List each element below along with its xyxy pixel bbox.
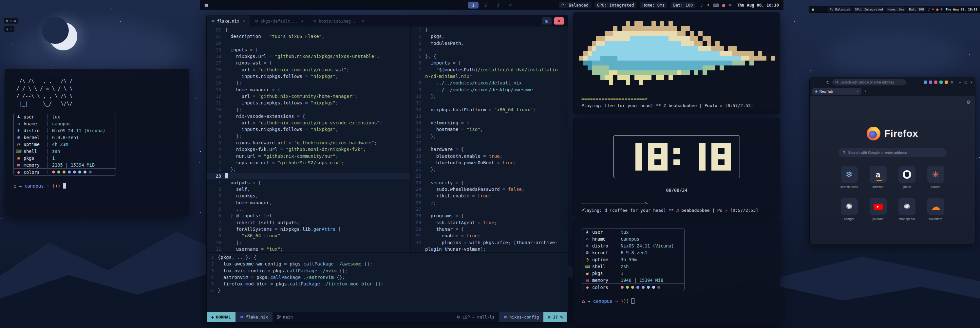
- shortcut-github[interactable]: github: [894, 166, 920, 198]
- tab-label: pkgs/default...: [260, 19, 298, 24]
- personalize-gear-icon[interactable]: ⚙: [966, 100, 970, 105]
- record-icon[interactable]: ●: [722, 3, 725, 8]
- extension-icon-2[interactable]: [929, 81, 932, 84]
- pixel: [605, 31, 609, 36]
- record-icon[interactable]: ●: [936, 8, 939, 11]
- tab-close-icon[interactable]: ×: [857, 89, 859, 93]
- menu-icon[interactable]: ≡: [951, 80, 953, 85]
- octocat-silhouette: [905, 173, 909, 177]
- newtab-search-bar[interactable]: Search with Google or enter address: [838, 148, 947, 157]
- pixel: [635, 60, 639, 65]
- line-number: 11: [207, 246, 225, 252]
- minimize-button[interactable]: −: [959, 80, 961, 84]
- star: [200, 212, 201, 213]
- code-text: n-cd-minimal.nix": [425, 73, 472, 79]
- editor-tab-hosts-isoImag-[interactable]: ❄hosts/isoImag...×: [309, 15, 369, 27]
- editor-pane-pkgs[interactable]: 1{pkgs, ...}: {2 tux-awesome-wm-config =…: [207, 252, 568, 313]
- code-text: nixos-hardware.url = "github:nixos/nixos…: [225, 139, 377, 146]
- terminal-clock[interactable]: 08/08/24 ======================> Playing…: [573, 118, 780, 216]
- workspace-tag-3[interactable]: 3: [493, 2, 503, 8]
- new-tab-button[interactable]: +: [864, 89, 867, 93]
- terminal-music-visualizer[interactable]: ======================> Playing: ffee fo…: [573, 13, 780, 114]
- tab-close-icon[interactable]: ×: [243, 19, 245, 24]
- palette-dot: [626, 286, 629, 289]
- close-buffer-button[interactable]: ×: [554, 17, 564, 25]
- tab-close-icon[interactable]: ×: [301, 19, 304, 24]
- shortcut-amazon[interactable]: aamazon: [865, 166, 891, 198]
- editor-tab-flake-nix[interactable]: ❄flake.nix×: [207, 15, 250, 27]
- extension-icon-5[interactable]: [945, 81, 948, 84]
- bar-clock[interactable]: Thu Aug 08, 18:18: [946, 8, 977, 11]
- clock-cell: [648, 148, 654, 154]
- neovim-window[interactable]: ❄flake.nix×❄pkgs/default...×❄hosts/isoIm…: [206, 15, 568, 322]
- pixel: [626, 46, 630, 51]
- music-icon[interactable]: ♪: [701, 3, 703, 8]
- brightness-icon[interactable]: ☀: [706, 3, 710, 8]
- pixel: [613, 75, 617, 80]
- nix-icon[interactable]: ❄: [729, 3, 732, 8]
- back-button[interactable]: ←: [812, 80, 816, 85]
- terminal-fetch-right[interactable]: ♟usertux⌂hnamecanopus❄distroNixOS 24.11 …: [573, 220, 780, 325]
- fetch-label: shell: [592, 264, 616, 269]
- status-item: P: Balanced: [828, 7, 852, 11]
- shortcut-claude[interactable]: ✳claude: [923, 166, 949, 198]
- pixel: [588, 36, 592, 41]
- extension-icon-4[interactable]: [939, 81, 943, 84]
- clock-cell: [648, 154, 654, 159]
- clock-cell: [648, 143, 654, 148]
- workspace-tag-4[interactable]: 4: [505, 2, 516, 8]
- reload-button[interactable]: ↻: [826, 80, 830, 85]
- brightness-icon[interactable]: ☀: [932, 8, 934, 11]
- shortcut-search-nixos[interactable]: ❄search.nixos: [836, 166, 862, 198]
- pixel-row: [579, 80, 775, 85]
- launcher-icon[interactable]: ▦: [205, 2, 208, 8]
- code-text: nix-vscode-extensions = {: [225, 113, 305, 119]
- code-text: programs = {: [425, 212, 464, 219]
- music-icon[interactable]: ♪: [928, 8, 930, 11]
- shortcut-chatgpt[interactable]: ✺chatgpt: [836, 198, 862, 230]
- left-monitor-widget[interactable]: ▦◫▣: [4, 18, 18, 24]
- bar-clock[interactable]: Thu Aug 08, 18:18: [737, 3, 779, 8]
- keyboard-icon[interactable]: ⌨: [713, 3, 719, 8]
- pixel: [596, 46, 600, 51]
- shortcut-cloudflare[interactable]: ☁cloudflare: [923, 198, 949, 230]
- playing-segment: [0:57/2:53]: [730, 208, 758, 213]
- extension-icon-3[interactable]: [934, 81, 937, 84]
- workspace-tag-1[interactable]: 1: [468, 2, 479, 8]
- code-text: {pkgs, ...}: {: [218, 254, 256, 261]
- tab-close-icon[interactable]: ×: [362, 19, 364, 24]
- extension-icon-1[interactable]: [924, 81, 927, 84]
- line-number: 17: [207, 60, 225, 66]
- clock-cell: [635, 143, 642, 148]
- pixel: [745, 55, 749, 60]
- workspace-tag-2[interactable]: 2: [480, 2, 491, 8]
- terminal-fetch-left[interactable]: /\_/\ ,_, /\_/ / / \ \ / = \ / \ \ /_/--…: [5, 69, 189, 216]
- editor-tab-pkgs-default-[interactable]: ❄pkgs/default...×: [250, 15, 309, 27]
- shell-prompt[interactable]: ⌂ → canopus ~ ))): [582, 298, 772, 304]
- launcher-icon[interactable]: ▦: [812, 8, 814, 11]
- left-monitor-widget[interactable]: ◈♪: [4, 26, 14, 32]
- pixel: [703, 46, 707, 51]
- shortcut-youtube[interactable]: ▶youtube: [865, 198, 891, 230]
- close-button[interactable]: ×: [970, 80, 972, 84]
- pixel: [754, 55, 758, 60]
- split-toggle-icon[interactable]: ◧: [542, 17, 552, 25]
- forward-button[interactable]: →: [819, 80, 823, 85]
- shell-prompt[interactable]: ⌂ → canopus ~ ))): [13, 183, 180, 189]
- pixel: [605, 21, 609, 26]
- firefox-window[interactable]: ← → ↻ Search with Google or enter addres…: [809, 77, 975, 244]
- maximize-button[interactable]: □: [965, 80, 967, 84]
- editor-pane-flake[interactable]: 22{21 description = "tux's NixOS Flake";…: [207, 27, 411, 252]
- nix-icon[interactable]: ❄: [940, 8, 943, 11]
- clock-cell: [654, 154, 661, 159]
- address-bar[interactable]: Search with Google or enter address: [832, 79, 906, 86]
- shortcut-chat-openai[interactable]: ✺chat.openai: [894, 198, 920, 230]
- tab-new-tab[interactable]: ◉ New Tab ×: [812, 88, 861, 95]
- code-text: hardware = {: [425, 146, 464, 152]
- line-number: 10: [207, 239, 225, 246]
- pixel: [609, 75, 613, 80]
- editor-pane-iso[interactable]: 1{2 pkgs,3 modulesPath,4 ...5}: {6 impor…: [411, 27, 568, 252]
- status-item: P: Balanced: [559, 2, 591, 8]
- pixel: [639, 46, 643, 51]
- pixel: [758, 51, 762, 55]
